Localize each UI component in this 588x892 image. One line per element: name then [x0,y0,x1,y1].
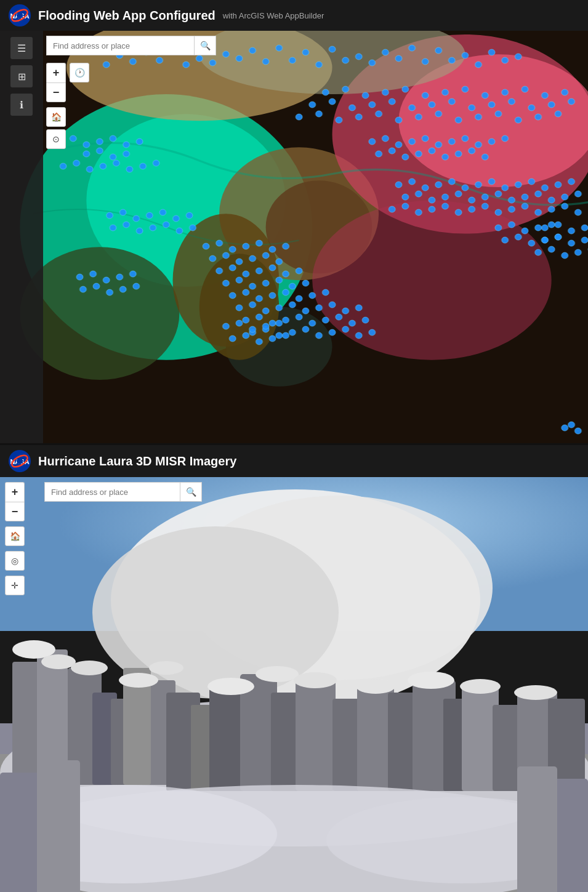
svg-point-36 [41,654,76,669]
nasa-logo-1: NASA [9,4,31,26]
history-icon: 🕐 [75,68,85,78]
app1-map-container: ☰ ⊞ ℹ 🔍 + − [0,31,588,443]
app2-map-container: + − 🏠 ◎ ✛ 🔍 [0,477,588,892]
svg-point-50 [256,666,299,682]
app2-locate-icon: ◎ [11,556,18,566]
app1-map-toolbar: 🔍 + − 🕐 🏠 ⊙ [46,36,216,149]
svg-point-12 [20,247,179,380]
menu-icon: ☰ [17,42,26,54]
app2-home-icon: 🏠 [10,531,20,541]
app1-subtitle: with ArcGIS Web AppBuilder [223,11,324,20]
app2-title: Hurricane Laura 3D MISR Imagery [38,454,236,468]
zoom-in-button[interactable]: + [46,63,66,82]
app1-search-bar: 🔍 [46,36,216,55]
svg-point-3 [17,12,23,18]
menu-button[interactable]: ☰ [10,37,33,59]
svg-point-15 [199,254,279,360]
nasa-logo-2: NASA [9,450,31,472]
svg-point-60 [460,679,501,694]
app2-zoom-group: + − [5,482,25,521]
svg-point-43 [119,673,158,688]
app1-search-button[interactable]: 🔍 [194,36,216,55]
layers-button[interactable]: ⊞ [10,65,33,87]
app2-map-bg [0,477,588,892]
home-button[interactable]: 🏠 [46,107,66,127]
app1-zoom-group: + − [46,63,66,102]
svg-point-59 [408,672,454,689]
app2-map-toolbar: + − 🏠 ◎ ✛ [5,482,25,595]
app2-locate-button[interactable]: ◎ [5,551,25,571]
app2-search-icon: 🔍 [186,487,196,497]
svg-point-37 [71,661,108,675]
svg-point-49 [207,678,254,695]
info-icon: ℹ [20,99,23,111]
hurricane-laura-app: NASA Hurricane Laura 3D MISR Imagery [0,445,588,892]
app1-header: NASA Flooding Web App Configured with Ar… [0,0,588,31]
app2-home-button[interactable]: 🏠 [5,526,25,546]
app1-sidebar: ☰ ⊞ ℹ [0,31,43,443]
svg-rect-69 [37,760,80,892]
app1-title: Flooding Web App Configured [38,9,215,23]
svg-point-64 [514,685,557,700]
zoom-out-button[interactable]: − [46,82,66,102]
app2-zoom-in-button[interactable]: + [5,482,25,502]
home-icon: 🏠 [51,112,62,122]
app2-navigate-button[interactable]: ✛ [5,576,25,595]
app2-header: NASA Hurricane Laura 3D MISR Imagery [0,445,588,477]
app2-search-button[interactable]: 🔍 [180,482,202,502]
svg-rect-48 [296,680,336,791]
svg-point-58 [356,679,395,694]
app2-search-input[interactable] [44,482,180,502]
layers-icon: ⊞ [18,71,26,82]
search-icon: 🔍 [200,41,211,50]
svg-point-44 [149,661,183,675]
app2-zoom-out-button[interactable]: − [5,502,25,521]
flooding-web-app: NASA Flooding Web App Configured with Ar… [0,0,588,443]
svg-point-51 [294,672,337,688]
svg-rect-71 [517,766,557,892]
info-button[interactable]: ℹ [10,94,33,116]
history-button[interactable]: 🕐 [70,63,89,82]
app1-search-input[interactable] [46,36,194,55]
app2-navigate-icon: ✛ [11,581,18,590]
locate-icon: ⊙ [52,134,60,144]
app2-search-bar: 🔍 [44,482,202,502]
svg-point-11 [312,201,551,360]
svg-point-21 [17,458,23,464]
locate-button[interactable]: ⊙ [46,129,66,149]
